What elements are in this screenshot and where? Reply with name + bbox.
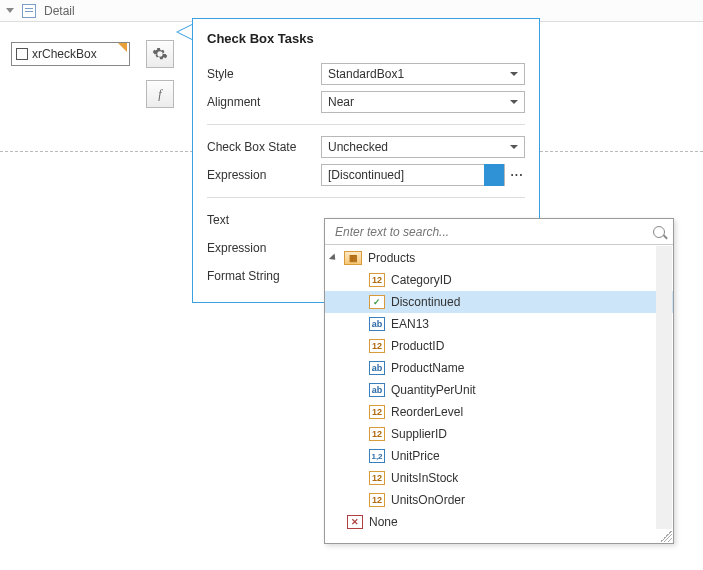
tree-field-reorderlevel[interactable]: 12ReorderLevel [325, 401, 673, 423]
alignment-value: Near [328, 95, 354, 109]
text-label: Text [207, 213, 321, 227]
expression-label: Expression [207, 168, 321, 182]
xrcheckbox-control[interactable]: xrCheckBox [11, 42, 130, 66]
none-label: None [369, 515, 398, 529]
tree-field-unitsinstock[interactable]: 12UnitsInStock [325, 467, 673, 489]
field-label: QuantityPerUnit [391, 383, 476, 397]
tree-root-products[interactable]: ▦ Products [325, 247, 673, 269]
popup-pointer [176, 24, 192, 40]
checkstate-combo[interactable]: Unchecked [321, 136, 525, 158]
field-type-icon: 12 [369, 405, 385, 419]
expression-dropdown-button[interactable] [484, 164, 504, 186]
field-type-icon: ab [369, 317, 385, 331]
field-label: Discontinued [391, 295, 460, 309]
field-tree[interactable]: ▦ Products 12CategoryID✓DiscontinuedabEA… [325, 245, 673, 543]
tree-none-option[interactable]: ✕ None [325, 511, 673, 533]
field-type-icon: 12 [369, 339, 385, 353]
field-type-icon: ab [369, 361, 385, 375]
style-value: StandardBox1 [328, 67, 404, 81]
field-label: ProductID [391, 339, 444, 353]
field-type-icon: 12 [369, 493, 385, 507]
control-text: xrCheckBox [32, 47, 97, 61]
tree-field-unitprice[interactable]: 1,2UnitPrice [325, 445, 673, 467]
style-combo[interactable]: StandardBox1 [321, 63, 525, 85]
gear-icon [152, 46, 168, 62]
checkbox-glyph [16, 48, 28, 60]
chevron-down-icon [510, 145, 518, 149]
field-label: SupplierID [391, 427, 447, 441]
field-label: UnitsOnOrder [391, 493, 465, 507]
tree-field-ean13[interactable]: abEAN13 [325, 313, 673, 335]
checkstate-value: Unchecked [328, 140, 388, 154]
field-type-icon: ✓ [369, 295, 385, 309]
checkstate-label: Check Box State [207, 140, 321, 154]
separator [207, 124, 525, 125]
expression-value: [Discontinued] [322, 168, 484, 182]
root-label: Products [368, 251, 415, 265]
fx-icon: f [158, 87, 161, 102]
field-search-input[interactable] [333, 224, 653, 240]
tree-field-discontinued[interactable]: ✓Discontinued [325, 291, 673, 313]
none-icon: ✕ [347, 515, 363, 529]
scrollbar[interactable] [656, 246, 672, 529]
chevron-down-icon [510, 100, 518, 104]
field-label: CategoryID [391, 273, 452, 287]
expression2-label: Expression [207, 241, 321, 255]
popup-title: Check Box Tasks [207, 31, 525, 46]
field-type-icon: 12 [369, 427, 385, 441]
separator [207, 197, 525, 198]
tree-field-productid[interactable]: 12ProductID [325, 335, 673, 357]
style-label: Style [207, 67, 321, 81]
field-label: UnitsInStock [391, 471, 458, 485]
field-label: EAN13 [391, 317, 429, 331]
field-type-icon: 12 [369, 471, 385, 485]
alignment-label: Alignment [207, 95, 321, 109]
tree-field-unitsonorder[interactable]: 12UnitsOnOrder [325, 489, 673, 511]
expand-icon[interactable] [329, 253, 338, 262]
collapse-icon [6, 8, 14, 13]
smart-tag-button[interactable] [146, 40, 174, 68]
field-type-icon: 1,2 [369, 449, 385, 463]
field-search-box[interactable] [325, 219, 673, 245]
tree-field-supplierid[interactable]: 12SupplierID [325, 423, 673, 445]
field-type-icon: ab [369, 383, 385, 397]
search-icon [653, 226, 665, 238]
field-label: ReorderLevel [391, 405, 463, 419]
resize-grip[interactable] [660, 530, 672, 542]
tree-field-quantityperunit[interactable]: abQuantityPerUnit [325, 379, 673, 401]
band-icon [22, 4, 36, 18]
tree-field-categoryid[interactable]: 12CategoryID [325, 269, 673, 291]
chevron-down-icon [510, 72, 518, 76]
tree-field-productname[interactable]: abProductName [325, 357, 673, 379]
field-label: UnitPrice [391, 449, 440, 463]
field-type-icon: 12 [369, 273, 385, 287]
field-picker-dropdown: ▦ Products 12CategoryID✓DiscontinuedabEA… [324, 218, 674, 544]
binding-flag-icon [118, 43, 127, 52]
field-label: ProductName [391, 361, 464, 375]
table-icon: ▦ [344, 251, 362, 265]
detail-label: Detail [44, 4, 75, 18]
expression-editor-button[interactable]: ··· [509, 168, 525, 182]
alignment-combo[interactable]: Near [321, 91, 525, 113]
expression-combo[interactable]: [Discontinued] [321, 164, 505, 186]
expression-button[interactable]: f [146, 80, 174, 108]
formatstring-label: Format String [207, 269, 321, 283]
